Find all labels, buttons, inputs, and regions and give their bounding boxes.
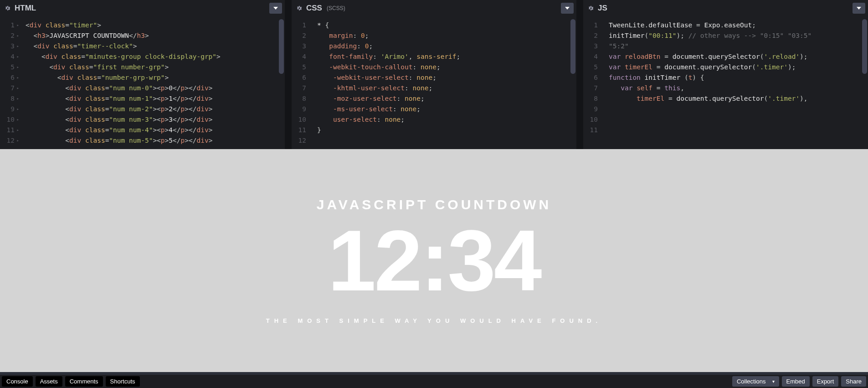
js-editor[interactable]: 1234567891011 TweenLite.defaultEase = Ex…: [583, 16, 868, 149]
export-button[interactable]: Export: [812, 376, 839, 387]
editor-row: HTML 123456789101112 <div class="timer">…: [0, 0, 868, 149]
preview-clock: 12:34: [328, 217, 540, 304]
js-gutter: 1234567891011: [583, 20, 602, 149]
html-editor[interactable]: 123456789101112 <div class="timer"> <h3>…: [0, 16, 285, 149]
css-pane-header: CSS (SCSS): [292, 0, 576, 16]
gear-icon[interactable]: [5, 5, 11, 11]
footer-right: Collections Embed Export Share: [732, 376, 866, 387]
css-subtitle: (SCSS): [327, 5, 345, 11]
preview-title: JAVASCRIPT COUNTDOWN: [317, 197, 552, 212]
js-pane-menu-button[interactable]: [853, 3, 865, 14]
preview-pane: JAVASCRIPT COUNTDOWN 12:34 THE MOST SIMP…: [0, 149, 868, 372]
html-code[interactable]: <div class="timer"> <h3>JAVASCRIPT COUNT…: [19, 20, 285, 149]
js-title-group: JS: [583, 0, 607, 16]
share-button[interactable]: Share: [841, 376, 866, 387]
embed-button[interactable]: Embed: [782, 376, 810, 387]
footer-left: Console Assets Comments Shortcuts: [2, 376, 140, 387]
gear-icon[interactable]: [296, 5, 303, 11]
css-title-group: CSS (SCSS): [292, 0, 345, 16]
preview-subtitle: THE MOST SIMPLE WAY YOU WOULD HAVE FOUND…: [266, 317, 602, 324]
js-pane: JS 1234567891011 TweenLite.defaultEase =…: [583, 0, 868, 149]
gear-icon[interactable]: [588, 5, 594, 11]
css-code[interactable]: * { margin: 0; padding: 0; font-family: …: [311, 20, 576, 149]
css-pane: CSS (SCSS) 123456789101112 * { margin: 0…: [292, 0, 576, 149]
css-title: CSS: [306, 4, 322, 13]
comments-button[interactable]: Comments: [65, 376, 103, 387]
js-code[interactable]: TweenLite.defaultEase = Expo.easeOut;ini…: [602, 20, 868, 149]
html-title: HTML: [15, 4, 36, 13]
console-button[interactable]: Console: [2, 376, 33, 387]
js-title: JS: [598, 4, 607, 13]
assets-button[interactable]: Assets: [36, 376, 62, 387]
scrollbar[interactable]: [570, 19, 575, 74]
shortcuts-button[interactable]: Shortcuts: [106, 376, 140, 387]
html-pane: HTML 123456789101112 <div class="timer">…: [0, 0, 285, 149]
js-pane-header: JS: [583, 0, 868, 16]
html-gutter: 123456789101112: [0, 20, 19, 149]
html-pane-header: HTML: [0, 0, 285, 16]
css-editor[interactable]: 123456789101112 * { margin: 0; padding: …: [292, 16, 576, 149]
css-gutter: 123456789101112: [292, 20, 311, 149]
collections-dropdown[interactable]: Collections: [732, 376, 779, 387]
css-pane-menu-button[interactable]: [561, 3, 574, 14]
scrollbar[interactable]: [279, 19, 284, 74]
footer-bar: Console Assets Comments Shortcuts Collec…: [0, 372, 868, 388]
html-pane-menu-button[interactable]: [269, 3, 282, 14]
html-title-group: HTML: [0, 0, 36, 16]
scrollbar[interactable]: [862, 19, 867, 74]
